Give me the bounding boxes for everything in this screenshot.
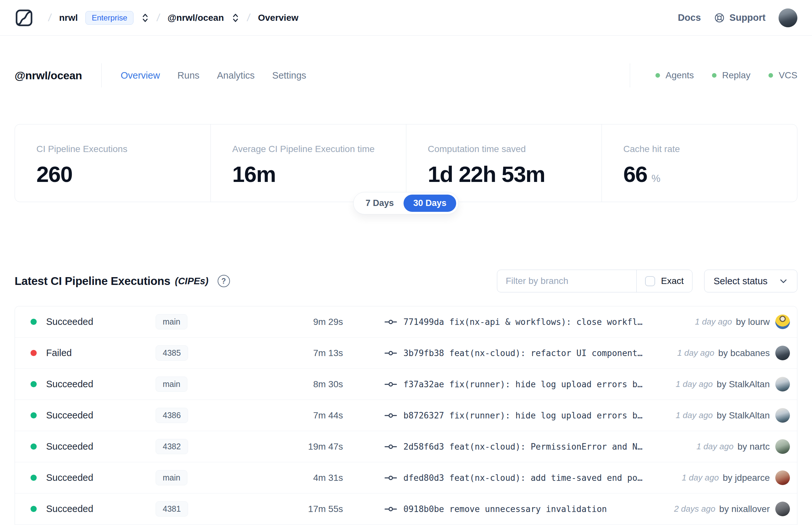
duration: 4m 31s xyxy=(276,473,343,483)
divider xyxy=(101,63,102,87)
indicator-label: Replay xyxy=(722,70,750,80)
help-icon[interactable]: ? xyxy=(218,275,230,287)
table-row[interactable]: Succeeded main 8m 30s f37a32ae fix(runne… xyxy=(15,369,797,400)
author-avatar xyxy=(775,439,790,454)
workspace-header: @nrwl/ocean Overview Runs Analytics Sett… xyxy=(0,36,812,88)
indicator-label: Agents xyxy=(665,70,694,80)
branch-badge: 4386 xyxy=(156,408,188,423)
status-dot xyxy=(31,319,37,325)
status-dot xyxy=(31,444,37,450)
branch-filter-group: Exact xyxy=(497,270,692,292)
indicator-vcs[interactable]: VCS xyxy=(768,70,797,80)
git-commit-icon xyxy=(385,504,397,514)
status-dot xyxy=(31,506,37,512)
commit-message: feat(nx-cloud): refactor UI component… xyxy=(449,348,642,358)
git-commit-icon xyxy=(385,348,397,358)
nx-cloud-logo-icon[interactable] xyxy=(15,9,33,27)
stat-suffix: % xyxy=(652,173,661,184)
status-dot xyxy=(31,350,37,356)
status-label: Succeeded xyxy=(46,316,93,327)
branch-badge: main xyxy=(156,470,187,485)
user-avatar[interactable] xyxy=(779,9,797,27)
exact-toggle[interactable]: Exact xyxy=(637,270,692,292)
section-title-suffix: (CIPEs) xyxy=(175,276,209,287)
select-status-label: Select status xyxy=(714,276,767,287)
status-dot xyxy=(31,381,37,387)
exact-label: Exact xyxy=(661,276,684,286)
git-commit-icon xyxy=(385,379,397,389)
table-row[interactable]: Succeeded main 4m 31s dfed80d3 feat(nx-c… xyxy=(15,462,797,494)
enterprise-badge: Enterprise xyxy=(86,11,133,25)
git-commit-icon xyxy=(385,411,397,420)
workspace-switcher-icon[interactable] xyxy=(232,13,240,23)
breadcrumb: / nrwl Enterprise / @nrwl/ocean / Overvi… xyxy=(48,11,298,25)
breadcrumb-org[interactable]: nrwl xyxy=(59,13,78,23)
commit-message: remove unnecessary invalidation xyxy=(449,504,607,514)
branch-badge: 4382 xyxy=(156,439,188,454)
lifebuoy-icon xyxy=(714,12,725,24)
duration: 7m 44s xyxy=(276,410,343,421)
stat-value: 1d 22h 53m xyxy=(428,162,545,187)
select-status-dropdown[interactable]: Select status xyxy=(704,270,797,292)
breadcrumb-separator: / xyxy=(156,12,160,24)
table-row[interactable]: Succeeded main 9m 29s 771499da fix(nx-ap… xyxy=(15,306,797,338)
tab-analytics[interactable]: Analytics xyxy=(217,70,255,81)
stat-value: 260 xyxy=(36,162,73,187)
cipe-section-header: Latest CI Pipeline Executions (CIPEs) ? … xyxy=(15,270,797,292)
stat-label: CI Pipeline Executions xyxy=(36,144,204,154)
table-row[interactable]: Succeeded 4382 19m 47s 2d58f6d3 feat(nx-… xyxy=(15,431,797,462)
range-30-days-button[interactable]: 30 Days xyxy=(403,195,456,212)
cipe-table: Succeeded main 9m 29s 771499da fix(nx-ap… xyxy=(15,306,797,525)
author-avatar xyxy=(775,470,790,485)
breadcrumb-separator: / xyxy=(47,12,52,24)
status-label: Succeeded xyxy=(46,504,93,514)
range-7-days-button[interactable]: 7 Days xyxy=(356,195,403,212)
branch-badge: main xyxy=(156,376,187,392)
author: by StalkAltan xyxy=(717,379,770,390)
duration: 17m 55s xyxy=(276,504,343,514)
branch-badge: main xyxy=(156,314,187,329)
breadcrumb-workspace[interactable]: @nrwl/ocean xyxy=(168,13,224,23)
branch-filter-input[interactable] xyxy=(497,270,636,292)
author: by bcabanes xyxy=(718,348,770,358)
stat-label: Computation time saved xyxy=(428,144,595,154)
stat-average-execution-time: Average CI Pipeline Execution time 16m xyxy=(211,124,406,202)
stats-card: CI Pipeline Executions 260 Average CI Pi… xyxy=(15,124,797,202)
tab-settings[interactable]: Settings xyxy=(272,70,306,81)
commit-hash: 0918b0be xyxy=(403,504,444,514)
author: by nixallover xyxy=(719,504,770,514)
git-commit-icon xyxy=(385,317,397,327)
support-link[interactable]: Support xyxy=(714,12,766,24)
status-label: Succeeded xyxy=(46,379,93,390)
docs-label: Docs xyxy=(678,12,701,23)
tab-overview[interactable]: Overview xyxy=(121,70,160,81)
table-row[interactable]: Succeeded 4381 17m 55s 0918b0be remove u… xyxy=(15,494,797,525)
exact-checkbox[interactable] xyxy=(645,276,655,286)
author: by jdpearce xyxy=(723,473,770,483)
docs-link[interactable]: Docs xyxy=(678,12,701,23)
indicator-replay[interactable]: Replay xyxy=(712,70,750,80)
author-avatar xyxy=(775,408,790,423)
stat-value: 66 xyxy=(623,162,647,187)
table-row[interactable]: Succeeded 4386 7m 44s b8726327 fix(runne… xyxy=(15,400,797,431)
section-title: Latest CI Pipeline Executions xyxy=(15,274,170,287)
tab-runs[interactable]: Runs xyxy=(177,70,199,81)
author-avatar xyxy=(775,377,790,391)
indicator-agents[interactable]: Agents xyxy=(656,70,694,80)
green-status-dot xyxy=(768,73,773,78)
indicator-label: VCS xyxy=(779,70,797,80)
commit-hash: f37a32ae xyxy=(403,379,444,389)
commit-message: fix(runner): hide log upload errors b… xyxy=(449,411,642,420)
org-switcher-icon[interactable] xyxy=(141,13,149,23)
relative-time: 1 day ago xyxy=(695,317,732,327)
commit-hash: 3b79fb38 xyxy=(403,348,444,358)
commit-message: feat(nx-cloud): add time-saved end po… xyxy=(449,473,642,483)
commit-hash: dfed80d3 xyxy=(403,473,444,483)
relative-time: 2 days ago xyxy=(674,504,715,514)
table-row[interactable]: Failed 4385 7m 13s 3b79fb38 feat(nx-clou… xyxy=(15,338,797,369)
status-label: Succeeded xyxy=(46,472,93,483)
git-commit-icon xyxy=(385,442,397,452)
duration: 19m 47s xyxy=(276,441,343,452)
stat-ci-pipeline-executions: CI Pipeline Executions 260 xyxy=(15,124,211,202)
author-avatar xyxy=(775,346,790,360)
